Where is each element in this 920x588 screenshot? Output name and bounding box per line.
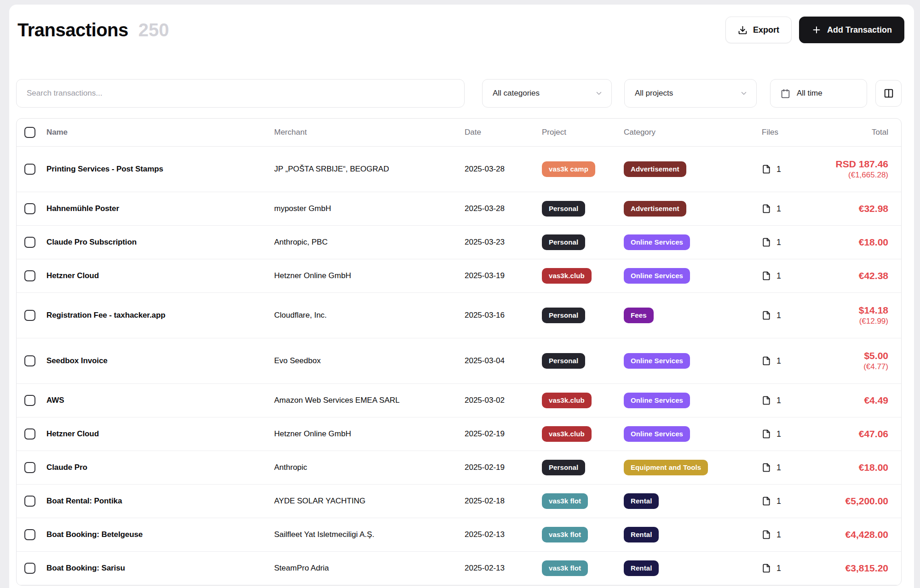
row-checkbox[interactable] xyxy=(24,529,35,540)
table-row[interactable]: AWS Amazon Web Services EMEA SARL 2025-0… xyxy=(17,384,901,417)
header-merchant[interactable]: Merchant xyxy=(274,128,307,137)
file-icon xyxy=(762,530,771,540)
table-row[interactable]: Registration Fee - taxhacker.app Cloudfl… xyxy=(17,293,901,338)
row-checkbox[interactable] xyxy=(24,203,35,214)
transaction-merchant: Hetzner Online GmbH xyxy=(274,429,351,439)
project-badge: vas3k flot xyxy=(542,493,588,509)
files-count: 1 xyxy=(776,356,781,366)
row-checkbox[interactable] xyxy=(24,270,35,281)
category-badge: Online Services xyxy=(624,426,690,442)
date-range-filter[interactable]: All time xyxy=(770,79,867,108)
table-row[interactable]: Claude Pro Anthropic 2025-02-19 Personal… xyxy=(17,451,901,485)
row-checkbox[interactable] xyxy=(24,462,35,473)
table-row[interactable]: Hetzner Cloud Hetzner Online GmbH 2025-0… xyxy=(17,259,901,293)
export-label: Export xyxy=(753,25,779,35)
project-badge: Personal xyxy=(542,308,585,323)
category-badge: Rental xyxy=(624,493,659,509)
categories-filter[interactable]: All categories xyxy=(482,79,612,108)
files-count: 1 xyxy=(776,271,781,281)
transaction-merchant: Hetzner Online GmbH xyxy=(274,271,351,280)
row-checkbox[interactable] xyxy=(24,237,35,248)
page-header: Transactions 250 xyxy=(17,17,169,43)
file-icon xyxy=(762,271,771,281)
main-panel: Transactions 250 Export Add Transaction … xyxy=(9,5,914,588)
date-range-value: All time xyxy=(797,89,822,98)
transactions-table: Name Merchant Date Project Category File… xyxy=(16,118,902,586)
transaction-date: 2025-02-13 xyxy=(465,564,505,573)
table-row[interactable]: Boat Booking: Betelgeuse Sailfleet Yat I… xyxy=(17,518,901,552)
table-row[interactable]: Boat Rental: Pontika AYDE SOLAR YACHTING… xyxy=(17,485,901,518)
table-row[interactable]: Claude Pro Subscription Anthropic, PBC 2… xyxy=(17,226,901,259)
transaction-name: Printing Services - Post Stamps xyxy=(46,165,163,174)
export-button[interactable]: Export xyxy=(725,17,792,43)
file-icon xyxy=(762,310,771,320)
row-checkbox[interactable] xyxy=(24,563,35,574)
category-badge: Equipment and Tools xyxy=(624,460,708,475)
category-badge: Online Services xyxy=(624,268,690,284)
transaction-name: Seedbox Invoice xyxy=(46,356,108,365)
file-icon xyxy=(762,237,771,247)
transaction-date: 2025-02-19 xyxy=(465,463,505,472)
row-checkbox[interactable] xyxy=(24,310,35,321)
project-badge: vas3k.club xyxy=(542,426,592,442)
search-input[interactable] xyxy=(16,79,465,108)
row-checkbox[interactable] xyxy=(24,428,35,440)
transaction-merchant: myposter GmbH xyxy=(274,204,331,213)
transaction-merchant: Anthropic xyxy=(274,463,307,472)
project-badge: vas3k camp xyxy=(542,161,595,177)
page-title: Transactions xyxy=(17,20,128,40)
project-badge: vas3k.club xyxy=(542,393,592,408)
transaction-merchant: JP „POŠTA SRBIJE“, BEOGRAD xyxy=(274,165,389,174)
projects-filter[interactable]: All projects xyxy=(624,79,757,108)
row-checkbox[interactable] xyxy=(24,164,35,175)
table-row[interactable]: Boat Booking: Sarisu SteamPro Adria 2025… xyxy=(17,552,901,585)
header-name[interactable]: Name xyxy=(46,128,68,137)
header-total[interactable]: Total xyxy=(872,128,888,137)
transaction-date: 2025-03-23 xyxy=(465,238,505,247)
column-settings-button[interactable] xyxy=(875,80,902,107)
download-icon xyxy=(738,25,748,35)
add-transaction-button[interactable]: Add Transaction xyxy=(799,17,904,43)
table-row[interactable]: Hahnemühle Poster myposter GmbH 2025-03-… xyxy=(17,192,901,226)
select-all-checkbox[interactable] xyxy=(24,127,35,138)
header-project[interactable]: Project xyxy=(542,128,566,137)
transaction-date: 2025-02-19 xyxy=(465,429,505,439)
header-date[interactable]: Date xyxy=(465,128,481,137)
transaction-total: €32.98 xyxy=(859,203,888,215)
transaction-total: €47.06 xyxy=(859,428,888,440)
transaction-name: Boat Booking: Betelgeuse xyxy=(46,530,143,539)
project-badge: Personal xyxy=(542,201,585,217)
transaction-total-converted: (€12.99) xyxy=(859,316,888,326)
file-icon xyxy=(762,356,771,366)
file-icon xyxy=(762,164,771,174)
files-count: 1 xyxy=(776,497,781,506)
table-row[interactable]: Hetzner Cloud Hetzner Online GmbH 2025-0… xyxy=(17,417,901,451)
transaction-merchant: Cloudflare, Inc. xyxy=(274,311,327,320)
files-count: 1 xyxy=(776,396,781,405)
row-checkbox[interactable] xyxy=(24,496,35,507)
table-row[interactable]: Printing Services - Post Stamps JP „POŠT… xyxy=(17,147,901,192)
row-checkbox[interactable] xyxy=(24,355,35,366)
transaction-total: €18.00 xyxy=(859,236,888,248)
plus-icon xyxy=(811,25,822,35)
transaction-date: 2025-03-16 xyxy=(465,311,505,320)
project-badge: vas3k flot xyxy=(542,560,588,576)
category-badge: Rental xyxy=(624,560,659,576)
transaction-name: Hetzner Cloud xyxy=(46,429,99,439)
categories-filter-value: All categories xyxy=(493,89,540,98)
transaction-total: €4,428.00 xyxy=(845,529,888,541)
header-files[interactable]: Files xyxy=(762,128,778,137)
row-checkbox[interactable] xyxy=(24,395,35,406)
header-category[interactable]: Category xyxy=(624,128,656,137)
file-icon xyxy=(762,563,771,573)
header-actions: Export Add Transaction xyxy=(725,17,904,43)
transaction-date: 2025-03-02 xyxy=(465,396,505,405)
table-row[interactable]: Seedbox Invoice Evo Seedbox 2025-03-04 P… xyxy=(17,338,901,384)
transaction-total: RSD 187.46 xyxy=(836,158,888,170)
project-badge: Personal xyxy=(542,460,585,475)
transaction-merchant: SteamPro Adria xyxy=(274,564,329,573)
project-badge: vas3k.club xyxy=(542,268,592,284)
transaction-name: Claude Pro xyxy=(46,463,87,472)
transaction-total: $5.00 xyxy=(863,350,888,362)
transaction-total: €18.00 xyxy=(859,462,888,474)
